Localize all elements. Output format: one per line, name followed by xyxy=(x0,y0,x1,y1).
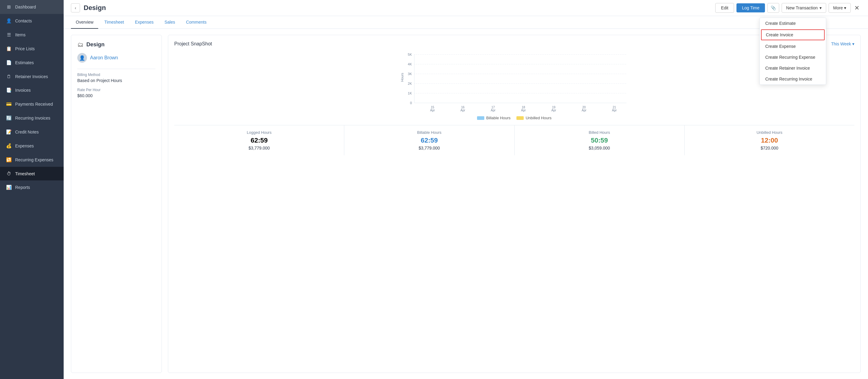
sidebar-icon-reports: 📊 xyxy=(6,185,11,190)
sidebar-label-items: Items xyxy=(15,32,26,37)
stat-amount: $3,779.000 xyxy=(179,146,339,150)
stat-cell-billable-hours: Billable Hours 62:59 $3,779.000 xyxy=(344,125,514,155)
new-transaction-wrapper: New Transaction ▾ Create EstimateCreate … xyxy=(782,3,826,13)
stat-label: Logged Hours xyxy=(179,130,339,135)
tab-sales[interactable]: Sales xyxy=(160,16,180,29)
svg-text:Apr: Apr xyxy=(430,109,435,112)
new-transaction-dropdown: Create EstimateCreate InvoiceCreate Expe… xyxy=(760,18,826,85)
stat-label: Unbilled Hours xyxy=(689,130,849,135)
stat-label: Billed Hours xyxy=(520,130,680,135)
billing-method-label: Billing Method xyxy=(77,73,155,77)
snapshot-panel: Project SnapShot This Week ▾ Hours xyxy=(168,35,861,373)
sidebar-item-estimates[interactable]: 📄Estimates xyxy=(0,56,64,70)
snapshot-header: Project SnapShot This Week ▾ xyxy=(174,41,855,47)
rate-per-hour-label: Rate Per Hour xyxy=(77,88,155,92)
stats-row: Logged Hours 62:59 $3,779.000 Billable H… xyxy=(174,125,855,155)
sidebar-icon-recurring-expenses: 🔁 xyxy=(6,157,11,163)
sidebar-item-contacts[interactable]: 👤Contacts xyxy=(0,14,64,28)
sidebar-icon-price-lists: 📋 xyxy=(6,46,11,51)
divider xyxy=(77,69,155,69)
dropdown-item-create-recurring-invoice[interactable]: Create Recurring Invoice xyxy=(760,74,826,84)
dropdown-item-create-recurring-expense[interactable]: Create Recurring Expense xyxy=(760,52,826,63)
stat-amount: $720.000 xyxy=(689,146,849,150)
sidebar-item-payments-received[interactable]: 💳Payments Received xyxy=(0,97,64,111)
dropdown-item-create-invoice[interactable]: Create Invoice xyxy=(761,29,825,40)
sidebar-item-invoices[interactable]: 📑Invoices xyxy=(0,83,64,97)
tab-expenses[interactable]: Expenses xyxy=(130,16,158,29)
stat-value: 12:00 xyxy=(689,137,849,144)
sidebar-item-dashboard[interactable]: ⊞Dashboard xyxy=(0,0,64,14)
sidebar-label-reports: Reports xyxy=(15,185,30,190)
tab-comments[interactable]: Comments xyxy=(181,16,212,29)
project-snapshot-chart: Hours 5K 4K 3K 2K 1K 0 xyxy=(174,51,855,112)
sidebar-item-retainer-invoices[interactable]: 🗒Retainer Invoices xyxy=(0,70,64,83)
log-time-button[interactable]: Log Time xyxy=(737,3,765,12)
chart-legend: Billable Hours Unbilled Hours xyxy=(174,116,855,120)
main-content: ‹ Design Edit Log Time 📎 New Transaction… xyxy=(64,0,868,379)
sidebar-icon-invoices: 📑 xyxy=(6,88,11,93)
billing-method-value: Based on Project Hours xyxy=(77,78,155,83)
sidebar-icon-retainer-invoices: 🗒 xyxy=(6,74,11,79)
sidebar: ⊞Dashboard👤Contacts☰Items📋Price Lists📄Es… xyxy=(0,0,64,379)
svg-text:Hours: Hours xyxy=(400,73,404,82)
sidebar-item-price-lists[interactable]: 📋Price Lists xyxy=(0,42,64,56)
unbilled-hours-color xyxy=(517,116,524,120)
sidebar-icon-estimates: 📄 xyxy=(6,60,11,65)
sidebar-item-timesheet[interactable]: ⏱Timesheet xyxy=(0,167,64,180)
svg-text:0: 0 xyxy=(410,101,412,105)
billable-hours-legend: Billable Hours xyxy=(477,116,510,120)
billable-hours-label: Billable Hours xyxy=(486,116,510,120)
billable-hours-color xyxy=(477,116,484,120)
dropdown-item-create-expense[interactable]: Create Expense xyxy=(760,41,826,52)
sidebar-item-credit-notes[interactable]: 📝Credit Notes xyxy=(0,125,64,139)
edit-button[interactable]: Edit xyxy=(715,3,734,13)
stat-value: 62:59 xyxy=(179,137,339,144)
svg-text:Apr: Apr xyxy=(551,109,556,112)
back-button[interactable]: ‹ xyxy=(71,3,80,12)
sidebar-label-contacts: Contacts xyxy=(15,19,32,23)
sidebar-label-credit-notes: Credit Notes xyxy=(15,130,39,134)
unbilled-hours-legend: Unbilled Hours xyxy=(517,116,551,120)
stat-cell-logged-hours: Logged Hours 62:59 $3,779.000 xyxy=(174,125,344,155)
close-button[interactable]: ✕ xyxy=(853,3,861,13)
snapshot-title: Project SnapShot xyxy=(174,41,212,47)
sidebar-label-invoices: Invoices xyxy=(15,88,31,93)
sidebar-label-price-lists: Price Lists xyxy=(15,46,35,51)
sidebar-icon-credit-notes: 📝 xyxy=(6,129,11,135)
sidebar-item-expenses[interactable]: 💰Expenses xyxy=(0,139,64,153)
sidebar-label-dashboard: Dashboard xyxy=(15,4,36,9)
avatar: 👤 xyxy=(77,53,87,63)
contact-name[interactable]: Aaron Brown xyxy=(90,55,118,61)
tab-overview[interactable]: Overview xyxy=(71,16,98,29)
svg-text:4K: 4K xyxy=(408,62,412,66)
sidebar-icon-contacts: 👤 xyxy=(6,18,11,24)
sidebar-label-recurring-expenses: Recurring Expenses xyxy=(15,158,53,162)
dropdown-item-create-retainer-invoice[interactable]: Create Retainer Invoice xyxy=(760,63,826,74)
sidebar-icon-timesheet: ⏱ xyxy=(6,171,11,176)
stat-value: 50:59 xyxy=(520,137,680,144)
rate-per-hour-value: $60.000 xyxy=(77,93,155,98)
sidebar-icon-expenses: 💰 xyxy=(6,143,11,149)
more-button[interactable]: More ▾ xyxy=(829,3,851,13)
stat-cell-unbilled-hours: Unbilled Hours 12:00 $720.000 xyxy=(685,125,855,155)
sidebar-item-recurring-invoices[interactable]: 🔄Recurring Invoices xyxy=(0,111,64,125)
svg-text:Apr: Apr xyxy=(521,109,526,112)
dropdown-item-create-estimate[interactable]: Create Estimate xyxy=(760,18,826,29)
svg-text:Apr: Apr xyxy=(460,109,465,112)
this-week-filter[interactable]: This Week ▾ xyxy=(831,41,855,46)
sidebar-icon-recurring-invoices: 🔄 xyxy=(6,115,11,121)
project-icon: 🗂 xyxy=(77,41,83,48)
chart-container: Hours 5K 4K 3K 2K 1K 0 xyxy=(174,51,855,112)
svg-text:Apr: Apr xyxy=(491,109,496,112)
tab-timesheet[interactable]: Timesheet xyxy=(99,16,129,29)
sidebar-item-recurring-expenses[interactable]: 🔁Recurring Expenses xyxy=(0,153,64,167)
sidebar-label-retainer-invoices: Retainer Invoices xyxy=(15,74,48,79)
stat-amount: $3,779.000 xyxy=(349,146,509,150)
attachment-button[interactable]: 📎 xyxy=(767,3,779,13)
sidebar-item-items[interactable]: ☰Items xyxy=(0,28,64,42)
svg-text:3K: 3K xyxy=(408,72,412,76)
new-transaction-button[interactable]: New Transaction ▾ xyxy=(782,3,826,13)
sidebar-item-reports[interactable]: 📊Reports xyxy=(0,180,64,194)
sidebar-label-recurring-invoices: Recurring Invoices xyxy=(15,116,50,120)
sidebar-icon-dashboard: ⊞ xyxy=(6,4,11,10)
